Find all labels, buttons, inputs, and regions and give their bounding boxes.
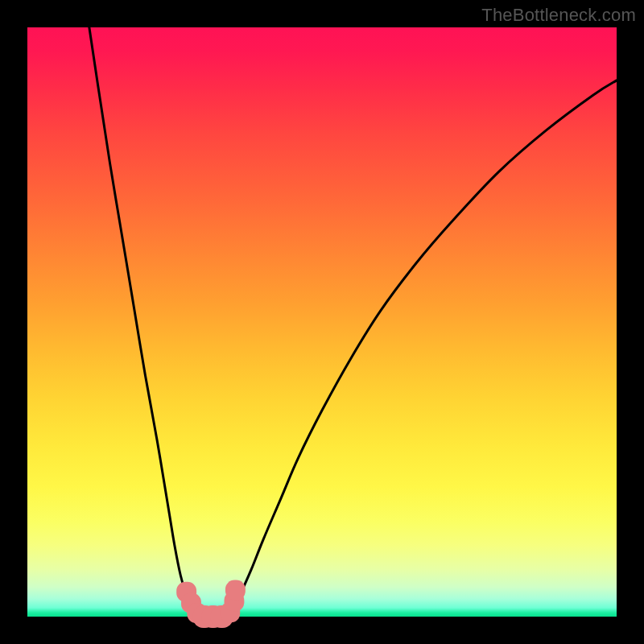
attribution-text: TheBottleneck.com (481, 5, 636, 26)
curve-right-branch (228, 80, 617, 617)
chart-overlay (27, 27, 617, 617)
valley-marker-8 (225, 580, 246, 601)
chart-frame: TheBottleneck.com (0, 0, 644, 644)
chart-plot-area (27, 27, 617, 617)
curve-left-branch (89, 27, 198, 617)
bottleneck-curve (89, 27, 617, 617)
valley-markers (176, 580, 246, 628)
